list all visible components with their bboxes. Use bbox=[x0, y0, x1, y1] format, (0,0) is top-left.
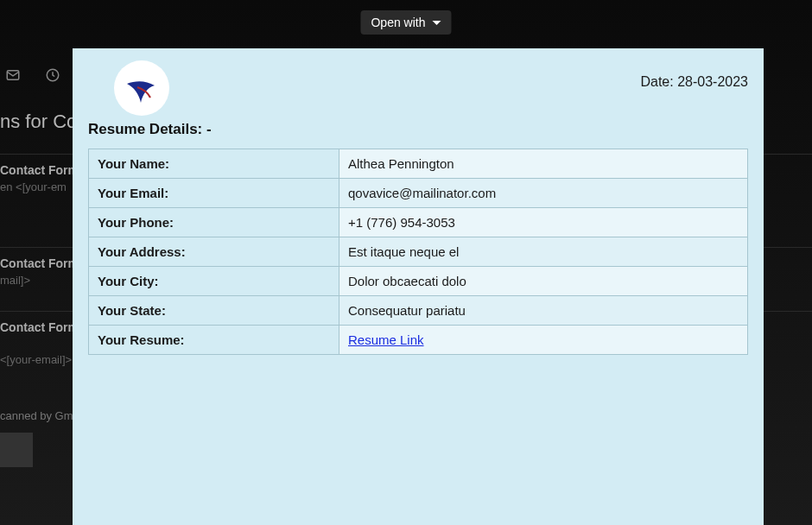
field-label: Your Email: bbox=[89, 179, 339, 208]
resume-details-heading: Resume Details: - bbox=[88, 121, 748, 138]
mail-icon bbox=[5, 67, 21, 83]
field-value: +1 (776) 954-3053 bbox=[339, 208, 748, 237]
resume-details-table: Your Name:Althea PenningtonYour Email:qo… bbox=[88, 149, 748, 355]
table-row: Your State:Consequatur pariatu bbox=[89, 296, 748, 326]
field-label: Your Resume: bbox=[89, 326, 339, 355]
table-row: Your Name:Althea Pennington bbox=[89, 149, 748, 179]
swallow-logo-icon bbox=[122, 68, 162, 108]
clock-icon bbox=[45, 67, 60, 83]
table-row: Your City:Dolor obcaecati dolo bbox=[89, 267, 748, 296]
field-value: Est itaque neque el bbox=[339, 237, 748, 267]
field-value: Resume Link bbox=[339, 326, 748, 355]
table-row: Your Email:qovavice@mailinator.com bbox=[89, 179, 748, 208]
field-value: Consequatur pariatu bbox=[339, 296, 748, 326]
field-value: Althea Pennington bbox=[339, 149, 748, 179]
field-label: Your Name: bbox=[89, 149, 339, 179]
open-with-label: Open with bbox=[371, 16, 425, 29]
attachment-thumbnail[interactable] bbox=[0, 433, 33, 467]
table-row: Your Resume:Resume Link bbox=[89, 326, 748, 355]
open-with-button[interactable]: Open with bbox=[360, 10, 451, 35]
company-logo bbox=[114, 60, 169, 116]
document-preview-panel: Date: 28-03-2023 Resume Details: - Your … bbox=[73, 48, 764, 525]
chevron-down-icon bbox=[433, 21, 441, 25]
table-row: Your Phone:+1 (776) 954-3053 bbox=[89, 208, 748, 237]
field-label: Your City: bbox=[89, 267, 339, 296]
document-date: Date: 28-03-2023 bbox=[640, 74, 748, 90]
field-value: qovavice@mailinator.com bbox=[339, 179, 748, 208]
field-value: Dolor obcaecati dolo bbox=[339, 267, 748, 296]
table-row: Your Address:Est itaque neque el bbox=[89, 237, 748, 267]
field-label: Your Phone: bbox=[89, 208, 339, 237]
field-label: Your Address: bbox=[89, 237, 339, 267]
resume-link[interactable]: Resume Link bbox=[348, 332, 424, 347]
field-label: Your State: bbox=[89, 296, 339, 326]
